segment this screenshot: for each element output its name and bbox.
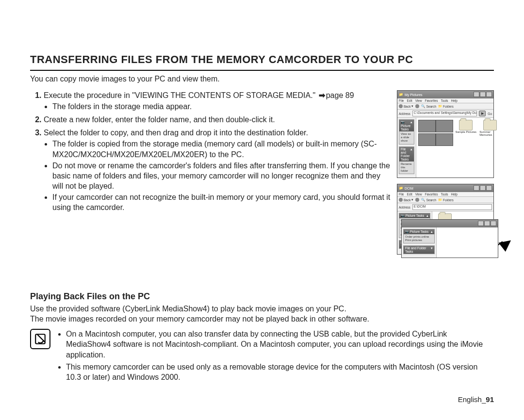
thumbnails — [418, 120, 452, 146]
menu-edit: Edit — [407, 193, 412, 196]
note-1: On a Macintosh computer, you can also tr… — [66, 329, 494, 359]
step-1-text-b: page 89 — [326, 91, 354, 99]
folders-label: Folders — [443, 198, 454, 202]
step-3: Select the folder to copy, and then drag… — [44, 128, 391, 212]
picture-tasks-hd: Picture Tasks — [401, 124, 410, 131]
fwd-icon — [415, 198, 419, 202]
footer-lang: English — [458, 395, 482, 404]
step-1: Execute the procedure in "VIEWING THE CO… — [44, 90, 391, 112]
menu-view: View — [415, 193, 422, 196]
address-label: Address — [399, 112, 410, 115]
step-3-sub-2: Do not move or rename the camcorder's fo… — [52, 161, 391, 191]
task-item: Print pictures — [405, 239, 433, 242]
win1-toolbar: Back ▾ 🔍Search 📁Folders — [397, 103, 493, 110]
note-list: On a Macintosh computer, you can also tr… — [57, 329, 494, 384]
folder-icon: 📁 — [399, 186, 403, 190]
folder-sample: Sample Pictures — [455, 120, 476, 133]
search-label: Search — [426, 198, 436, 202]
arrow-icon: ➡ — [318, 90, 326, 100]
page-title: TRANSFERRING FILES FROM THE MEMORY CAMCO… — [30, 53, 494, 71]
back-icon — [399, 198, 403, 202]
step-3-sub-1: The folder is copied from the storage me… — [52, 139, 391, 159]
go-button: ▶ — [479, 111, 486, 116]
menu-file: File — [399, 193, 404, 196]
search-label: Search — [426, 105, 436, 108]
window-controls — [473, 185, 492, 191]
step-3-sub-3: If your camcorder can not recognize the … — [52, 192, 391, 212]
svg-rect-0 — [35, 335, 45, 344]
footer-page: 91 — [486, 395, 494, 404]
address-value: E:\DCIM — [412, 204, 492, 210]
window-controls — [477, 221, 496, 226]
window-controls — [473, 92, 492, 97]
playback-title: Playing Back Files on the PC — [30, 291, 494, 302]
go-label: Go — [488, 112, 492, 115]
menu-tools: Tools — [441, 99, 448, 102]
menu-file: File — [399, 99, 404, 102]
fwd-icon — [415, 104, 419, 108]
figures-column: 📁My Pictures File Edit View Favorites To… — [397, 90, 494, 274]
step-1-text-a: Execute the procedure in "VIEWING THE CO… — [44, 91, 318, 99]
task-slideshow: View as a slide show — [399, 131, 414, 144]
playback-p1: Use the provided software (CyberLink Med… — [30, 304, 494, 314]
intro-text: You can copy movie images to your PC and… — [30, 75, 494, 83]
step-2: Create a new folder, enter the folder na… — [44, 114, 391, 125]
menu-favorites: Favorites — [425, 193, 438, 196]
menu-tools: Tools — [441, 193, 448, 196]
win2-addressbar: Address E:\DCIM — [397, 203, 493, 211]
folder-summer: Summer Memories — [479, 120, 501, 136]
win2-title: DCIM — [405, 187, 413, 190]
step-1-sub-1: The folders in the storage media appear. — [52, 101, 391, 112]
task-item: Order prints online — [405, 235, 433, 239]
note-2: This memory camcorder can be used only a… — [66, 362, 494, 382]
folder-icon: 📁 — [399, 93, 403, 97]
note-icon — [30, 329, 50, 349]
ff-tasks-hd: File and Folder Tasks — [405, 246, 431, 253]
ff-rename: Rename this folder — [399, 162, 414, 174]
step-3-text: Select the folder to copy, and then drag… — [44, 129, 308, 137]
figure-window-overlap: 📷 Picture Tasks▴ Order prints online Pri… — [401, 219, 498, 258]
menu-view: View — [415, 99, 422, 102]
win1-menubar: File Edit View Favorites Tools Help — [397, 98, 493, 103]
menu-help: Help — [451, 99, 458, 102]
win2-menubar: File Edit View Favorites Tools Help — [397, 192, 493, 197]
figure-window-mypictures: 📁My Pictures File Edit View Favorites To… — [397, 90, 494, 178]
address-label: Address — [399, 206, 410, 209]
ff-tasks-hd: File and Folder Tasks — [401, 147, 410, 161]
address-value: C:\Documents and Settings\Samsung\My Doc… — [412, 111, 477, 116]
steps-column: Execute the procedure in "VIEWING THE CO… — [30, 90, 391, 215]
picture-tasks-hd: Picture Tasks — [410, 230, 429, 233]
back-label: Back — [404, 198, 410, 202]
back-label: Back — [404, 105, 410, 108]
folder-sample-label: Sample Pictures — [455, 130, 476, 133]
menu-favorites: Favorites — [425, 99, 438, 102]
step-2-text: Create a new folder, enter the folder na… — [44, 115, 275, 124]
picture-tasks-hd: Picture Tasks — [406, 214, 425, 217]
figure-window-dcim: 📁DCIM File Edit View Favorites Tools Hel… — [397, 184, 494, 255]
back-icon — [399, 104, 403, 108]
win2-toolbar: Back ▾ 🔍Search 📁Folders — [397, 197, 493, 203]
win1-title: My Pictures — [405, 93, 423, 97]
menu-edit: Edit — [407, 99, 412, 102]
win1-addressbar: Address C:\Documents and Settings\Samsun… — [397, 110, 493, 118]
playback-p2: The movie images recorded on your memory… — [30, 314, 494, 324]
menu-help: Help — [451, 193, 458, 196]
page-footer: English_91 — [458, 395, 494, 404]
folders-label: Folders — [443, 105, 454, 108]
folder-summer-label: Summer Memories — [479, 130, 501, 136]
